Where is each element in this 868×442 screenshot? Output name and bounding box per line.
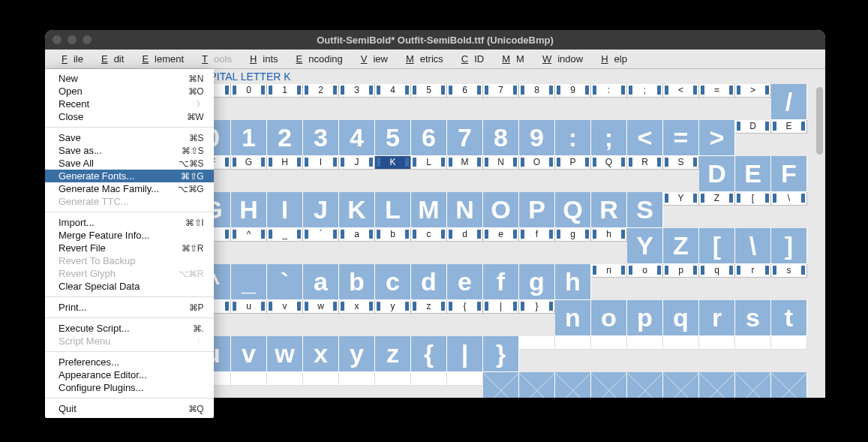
menu-item-merge-feature-info[interactable]: Merge Feature Info... xyxy=(45,229,214,242)
glyph-label[interactable]: S xyxy=(663,156,699,170)
glyph-cell[interactable]: ` xyxy=(267,264,303,300)
glyph-label[interactable]: o xyxy=(627,264,663,278)
glyph-label[interactable] xyxy=(447,372,483,386)
glyph-cell[interactable] xyxy=(519,372,555,398)
glyph-label[interactable]: r xyxy=(735,264,771,278)
glyph-label[interactable]: g xyxy=(555,228,591,242)
glyph-label[interactable]: D xyxy=(735,120,771,134)
glyph-cell[interactable]: M xyxy=(411,192,447,228)
glyph-label[interactable]: N xyxy=(483,156,519,170)
glyph-cell[interactable]: 9 xyxy=(519,120,555,156)
glyph-cell[interactable]: R xyxy=(591,192,627,228)
glyph-label[interactable] xyxy=(735,336,771,350)
glyph-cell[interactable]: w xyxy=(267,336,303,372)
glyph-cell[interactable] xyxy=(663,372,699,398)
glyph-label[interactable] xyxy=(411,372,447,386)
glyph-label[interactable] xyxy=(663,336,699,350)
vertical-scrollbar[interactable] xyxy=(813,84,825,398)
menubar-item-tools[interactable]: Tools xyxy=(190,50,238,68)
glyph-label[interactable]: u xyxy=(231,300,267,314)
glyph-cell[interactable]: O xyxy=(483,192,519,228)
glyph-cell[interactable]: o xyxy=(591,300,627,336)
glyph-cell[interactable] xyxy=(555,372,591,398)
menubar-item-hints[interactable]: Hints xyxy=(238,50,284,68)
glyph-label[interactable] xyxy=(339,372,375,386)
glyph-label[interactable] xyxy=(519,336,555,350)
menu-item-clear-special-data[interactable]: Clear Special Data xyxy=(45,280,214,293)
glyph-label[interactable]: x xyxy=(339,300,375,314)
glyph-cell[interactable]: { xyxy=(411,336,447,372)
glyph-label[interactable] xyxy=(267,372,303,386)
glyph-cell[interactable]: / xyxy=(771,84,807,120)
glyph-label[interactable]: y xyxy=(375,300,411,314)
menu-item-preferences[interactable]: Preferences... xyxy=(45,356,214,368)
glyph-label[interactable]: [ xyxy=(735,192,771,206)
glyph-label[interactable]: 8 xyxy=(519,84,555,98)
glyph-cell[interactable]: E xyxy=(735,156,771,192)
glyph-cell[interactable]: J xyxy=(303,192,339,228)
glyph-cell[interactable]: F xyxy=(771,156,807,192)
glyph-cell[interactable]: q xyxy=(663,300,699,336)
glyph-cell[interactable]: f xyxy=(483,264,519,300)
glyph-cell[interactable]: I xyxy=(267,192,303,228)
glyph-label[interactable]: K xyxy=(375,156,411,170)
glyph-label[interactable] xyxy=(591,336,627,350)
glyph-label[interactable]: 5 xyxy=(411,84,447,98)
glyph-cell[interactable]: N xyxy=(447,192,483,228)
glyph-cell[interactable]: Y xyxy=(627,228,663,264)
glyph-label[interactable]: ` xyxy=(303,228,339,242)
glyph-label[interactable]: } xyxy=(519,300,555,314)
glyph-cell[interactable]: P xyxy=(519,192,555,228)
menu-item-save-as[interactable]: Save as...⌘⇧S xyxy=(45,144,214,157)
glyph-label[interactable]: ^ xyxy=(231,228,267,242)
glyph-label[interactable]: Y xyxy=(663,192,699,206)
glyph-label[interactable] xyxy=(303,372,339,386)
menubar-item-encoding[interactable]: Encoding xyxy=(284,50,349,68)
glyph-cell[interactable] xyxy=(699,372,735,398)
glyph-cell[interactable]: d xyxy=(411,264,447,300)
glyph-cell[interactable]: < xyxy=(627,120,663,156)
glyph-cell[interactable] xyxy=(627,372,663,398)
glyph-label[interactable]: 3 xyxy=(339,84,375,98)
glyph-cell[interactable] xyxy=(771,372,807,398)
glyph-cell[interactable]: z xyxy=(375,336,411,372)
menu-item-revert-file[interactable]: Revert File⌘⇧R xyxy=(45,242,214,254)
glyph-label[interactable]: n xyxy=(591,264,627,278)
glyph-cell[interactable]: 2 xyxy=(267,120,303,156)
glyph-cell[interactable]: 1 xyxy=(231,120,267,156)
glyph-label[interactable] xyxy=(231,372,267,386)
menubar-item-metrics[interactable]: Metrics xyxy=(394,50,449,68)
menubar-item-element[interactable]: Element xyxy=(130,50,190,68)
glyph-label[interactable]: v xyxy=(267,300,303,314)
glyph-label[interactable]: J xyxy=(339,156,375,170)
glyph-label[interactable]: p xyxy=(663,264,699,278)
glyph-label[interactable]: 7 xyxy=(483,84,519,98)
glyph-cell[interactable]: \ xyxy=(735,228,771,264)
menubar-item-edit[interactable]: Edit xyxy=(89,50,130,68)
glyph-cell[interactable] xyxy=(735,372,771,398)
glyph-label[interactable]: 0 xyxy=(231,84,267,98)
glyph-cell[interactable]: K xyxy=(339,192,375,228)
glyph-cell[interactable]: S xyxy=(627,192,663,228)
glyph-label[interactable] xyxy=(699,336,735,350)
glyph-cell[interactable]: [ xyxy=(699,228,735,264)
glyph-cell[interactable]: > xyxy=(699,120,735,156)
menu-item-configure-plugins[interactable]: Configure Plugins... xyxy=(45,381,214,394)
menubar-item-mm[interactable]: MM xyxy=(490,50,530,68)
menu-item-quit[interactable]: Quit⌘Q xyxy=(45,402,214,415)
glyph-label[interactable]: q xyxy=(699,264,735,278)
glyph-label[interactable]: f xyxy=(519,228,555,242)
glyph-label[interactable]: 6 xyxy=(447,84,483,98)
glyph-cell[interactable] xyxy=(591,372,627,398)
menu-item-open[interactable]: Open⌘O xyxy=(45,85,214,98)
glyph-cell[interactable]: ] xyxy=(771,228,807,264)
glyph-label[interactable] xyxy=(771,336,807,350)
glyph-label[interactable]: d xyxy=(447,228,483,242)
glyph-cell[interactable]: = xyxy=(663,120,699,156)
glyph-cell[interactable]: 5 xyxy=(375,120,411,156)
glyph-label[interactable] xyxy=(375,372,411,386)
glyph-label[interactable]: G xyxy=(231,156,267,170)
glyph-label[interactable]: c xyxy=(411,228,447,242)
menubar-item-view[interactable]: View xyxy=(349,50,394,68)
glyph-cell[interactable]: s xyxy=(735,300,771,336)
